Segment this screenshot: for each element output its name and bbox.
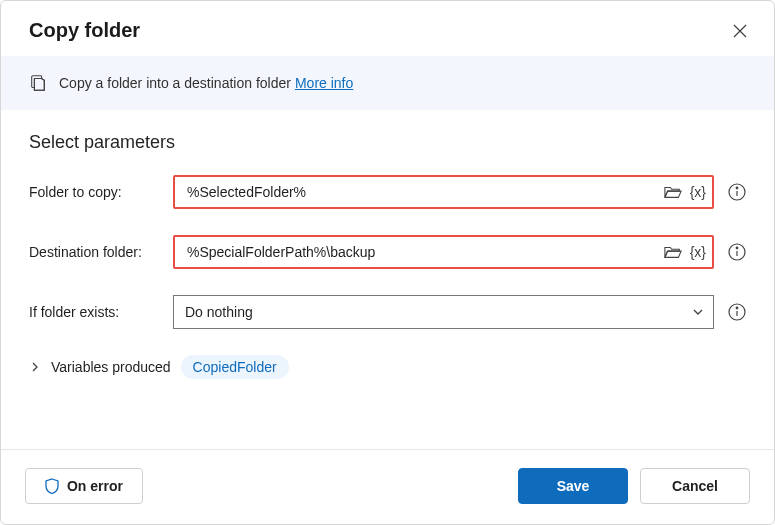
- field-if-folder-exists: If folder exists: Do nothing: [29, 295, 746, 329]
- close-icon: [733, 24, 747, 38]
- browse-folder-icon[interactable]: [664, 241, 682, 263]
- chevron-right-icon[interactable]: [29, 361, 41, 373]
- chevron-down-icon: [691, 301, 705, 323]
- on-error-label: On error: [67, 478, 123, 494]
- info-banner: Copy a folder into a destination folder …: [1, 56, 774, 110]
- section-title: Select parameters: [29, 132, 746, 153]
- shield-icon: [45, 478, 59, 494]
- input-folder-to-copy[interactable]: [185, 183, 664, 201]
- browse-folder-icon[interactable]: [664, 181, 682, 203]
- close-button[interactable]: [730, 21, 750, 41]
- input-wrap-destination-folder[interactable]: {x}: [173, 235, 714, 269]
- info-icon[interactable]: [728, 303, 746, 321]
- save-button[interactable]: Save: [518, 468, 628, 504]
- info-icon[interactable]: [728, 183, 746, 201]
- on-error-button[interactable]: On error: [25, 468, 143, 504]
- input-destination-folder[interactable]: [185, 243, 664, 261]
- variables-produced-label[interactable]: Variables produced: [51, 359, 171, 375]
- banner-text: Copy a folder into a destination folder: [59, 75, 291, 91]
- label-destination-folder: Destination folder:: [29, 244, 159, 260]
- field-destination-folder: Destination folder: {x}: [29, 235, 746, 269]
- copy-folder-icon: [29, 72, 47, 94]
- cancel-label: Cancel: [672, 478, 718, 494]
- select-if-folder-exists[interactable]: Do nothing: [173, 295, 714, 329]
- svg-point-6: [736, 247, 738, 249]
- variables-produced-row: Variables produced CopiedFolder: [29, 355, 746, 379]
- svg-point-9: [736, 307, 738, 309]
- variable-chip[interactable]: CopiedFolder: [181, 355, 289, 379]
- variable-picker-icon[interactable]: {x}: [690, 241, 706, 263]
- label-if-folder-exists: If folder exists:: [29, 304, 159, 320]
- input-wrap-folder-to-copy[interactable]: {x}: [173, 175, 714, 209]
- dialog-title: Copy folder: [29, 19, 140, 42]
- save-label: Save: [557, 478, 590, 494]
- label-folder-to-copy: Folder to copy:: [29, 184, 159, 200]
- cancel-button[interactable]: Cancel: [640, 468, 750, 504]
- select-value: Do nothing: [185, 304, 253, 320]
- field-folder-to-copy: Folder to copy: {x}: [29, 175, 746, 209]
- more-info-link[interactable]: More info: [295, 75, 353, 91]
- info-icon[interactable]: [728, 243, 746, 261]
- svg-point-3: [736, 187, 738, 189]
- variable-picker-icon[interactable]: {x}: [690, 181, 706, 203]
